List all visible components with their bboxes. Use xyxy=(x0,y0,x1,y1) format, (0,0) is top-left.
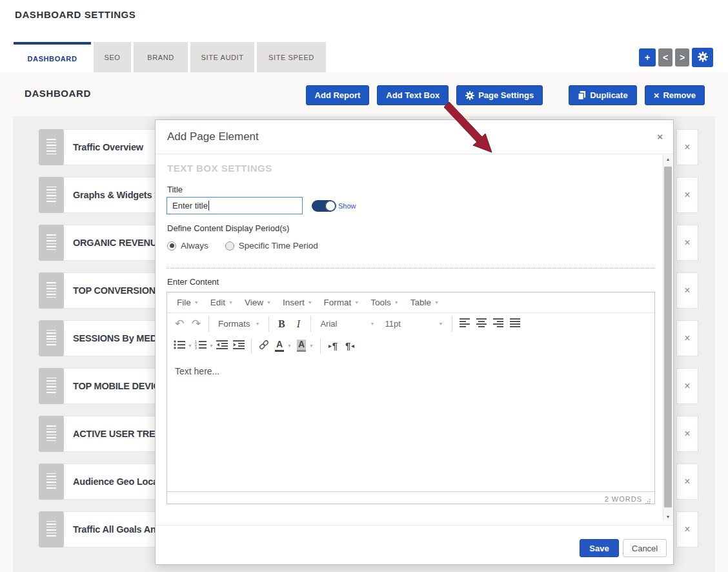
cancel-button[interactable]: Cancel xyxy=(623,539,667,557)
drag-handle[interactable] xyxy=(39,320,64,356)
menu-tools[interactable]: Tools▼ xyxy=(365,292,404,312)
rtl-button[interactable]: ¶◀ xyxy=(341,338,358,354)
indent-button[interactable] xyxy=(230,338,247,354)
drag-handle-icon xyxy=(46,378,56,394)
modal-scrollbar[interactable]: ▲ ▼ xyxy=(663,155,672,521)
italic-button[interactable]: I xyxy=(290,316,307,332)
tab-dashboard[interactable]: DASHBOARD xyxy=(14,42,91,72)
editor-statusbar: 2 WORDS xyxy=(167,491,654,506)
modal-close-button[interactable]: × xyxy=(656,130,664,143)
scroll-down-icon[interactable]: ▼ xyxy=(663,515,672,519)
align-right-button[interactable] xyxy=(490,316,507,332)
page-title: DASHBOARD SETTINGS xyxy=(15,9,136,20)
align-center-button[interactable] xyxy=(473,316,490,332)
drag-handle[interactable] xyxy=(39,272,64,309)
drag-handle[interactable] xyxy=(39,225,64,261)
chevron-down-icon[interactable]: ▼ xyxy=(188,343,192,348)
menu-insert[interactable]: Insert▼ xyxy=(277,292,318,312)
page-nav-controls: + < > xyxy=(639,48,713,67)
scrollbar-thumb[interactable] xyxy=(664,167,672,507)
numbered-list-button[interactable]: 123 xyxy=(192,338,209,354)
toolbar-separator xyxy=(452,316,452,332)
chevron-down-icon: ▼ xyxy=(287,343,292,348)
menu-view[interactable]: View▼ xyxy=(239,292,277,312)
drag-handle[interactable] xyxy=(39,129,64,165)
duplicate-button[interactable]: Duplicate xyxy=(569,85,637,105)
remove-widget-button[interactable]: × xyxy=(676,464,698,500)
tab-site-speed[interactable]: SITE SPEED xyxy=(257,42,326,72)
radio-always[interactable]: Always xyxy=(167,241,208,250)
justify-icon xyxy=(510,318,520,329)
remove-widget-button[interactable]: × xyxy=(676,129,698,165)
remove-widget-button[interactable]: × xyxy=(676,225,698,261)
menu-table[interactable]: Table▼ xyxy=(405,292,445,312)
chevron-down-icon: ▼ xyxy=(394,300,399,305)
add-report-button[interactable]: Add Report xyxy=(306,85,370,105)
close-icon: × xyxy=(684,332,690,344)
radio-specific-time-period[interactable]: Specific Time Period xyxy=(225,241,318,250)
settings-gear-button[interactable] xyxy=(692,48,713,67)
scroll-up-icon[interactable]: ▲ xyxy=(663,157,672,161)
formats-dropdown[interactable]: Formats▼ xyxy=(213,319,265,329)
drag-handle-icon xyxy=(46,282,56,299)
drag-handle[interactable] xyxy=(39,464,64,500)
prev-page-button[interactable]: < xyxy=(658,48,672,66)
undo-button[interactable]: ↶ xyxy=(171,316,188,332)
remove-widget-button[interactable]: × xyxy=(676,368,698,404)
outdent-button[interactable] xyxy=(214,338,230,354)
menu-format[interactable]: Format▼ xyxy=(318,292,365,312)
chevron-down-icon[interactable]: ▼ xyxy=(209,343,214,348)
menu-edit[interactable]: Edit▼ xyxy=(205,292,239,312)
editor-menubar: File▼ Edit▼ View▼ Insert▼ Format▼ Tools▼… xyxy=(167,292,654,313)
remove-widget-button[interactable]: × xyxy=(676,177,698,213)
remove-widget-button[interactable]: × xyxy=(676,511,698,547)
editor-content-area[interactable]: Text here... xyxy=(167,357,654,491)
menu-file[interactable]: File▼ xyxy=(171,292,205,312)
tab-site-audit[interactable]: SITE AUDIT xyxy=(190,42,254,72)
font-size-select[interactable]: 11pt▼ xyxy=(379,316,448,332)
bold-icon: B xyxy=(278,318,285,330)
justify-button[interactable] xyxy=(507,316,523,332)
page-settings-button[interactable]: Page Settings xyxy=(456,85,543,105)
drag-handle-icon xyxy=(46,473,56,490)
toolbar-separator xyxy=(251,338,252,354)
ltr-button[interactable]: ▶¶ xyxy=(325,338,341,354)
toolbar-separator xyxy=(320,338,321,354)
remove-button[interactable]: × Remove xyxy=(645,85,705,105)
background-color-button[interactable]: A▼ xyxy=(294,340,316,351)
undo-icon: ↶ xyxy=(175,318,184,329)
bold-button[interactable]: B xyxy=(273,316,290,332)
save-button[interactable]: Save xyxy=(580,539,619,557)
numbered-list-icon: 123 xyxy=(195,340,207,351)
close-icon: × xyxy=(684,428,690,440)
insert-link-button[interactable] xyxy=(256,338,272,354)
add-text-box-button[interactable]: Add Text Box xyxy=(377,85,449,105)
resize-grip[interactable] xyxy=(645,495,651,507)
textbox-settings-heading: TEXT BOX SETTINGS xyxy=(167,163,272,174)
tab-brand[interactable]: BRAND xyxy=(134,42,188,72)
font-family-select[interactable]: Arial▼ xyxy=(315,316,379,332)
chevron-down-icon: ▼ xyxy=(439,322,443,326)
chevron-down-icon: ▼ xyxy=(228,300,233,305)
dashboard-settings-page: DASHBOARD SETTINGS DASHBOARD SEO BRAND S… xyxy=(0,0,728,572)
chevron-down-icon: ▼ xyxy=(308,300,312,305)
add-page-button[interactable]: + xyxy=(639,48,656,66)
bullet-list-button[interactable] xyxy=(171,338,188,354)
drag-handle-icon xyxy=(46,187,56,203)
title-input[interactable]: Enter title xyxy=(167,197,303,214)
text-color-button[interactable]: A▼ xyxy=(272,340,294,351)
next-page-button[interactable]: > xyxy=(675,48,689,66)
drag-handle[interactable] xyxy=(39,177,64,213)
italic-icon: I xyxy=(297,318,300,330)
drag-handle[interactable] xyxy=(39,368,64,404)
remove-widget-button[interactable]: × xyxy=(676,272,698,309)
remove-widget-button[interactable]: × xyxy=(676,416,698,452)
align-left-button[interactable] xyxy=(456,316,473,332)
show-toggle[interactable] xyxy=(312,200,336,212)
remove-widget-button[interactable]: × xyxy=(676,320,698,356)
drag-handle[interactable] xyxy=(39,511,64,547)
tab-seo[interactable]: SEO xyxy=(94,42,131,72)
toolbar-separator xyxy=(268,316,269,332)
drag-handle[interactable] xyxy=(39,416,64,452)
redo-button[interactable]: ↷ xyxy=(188,316,205,332)
